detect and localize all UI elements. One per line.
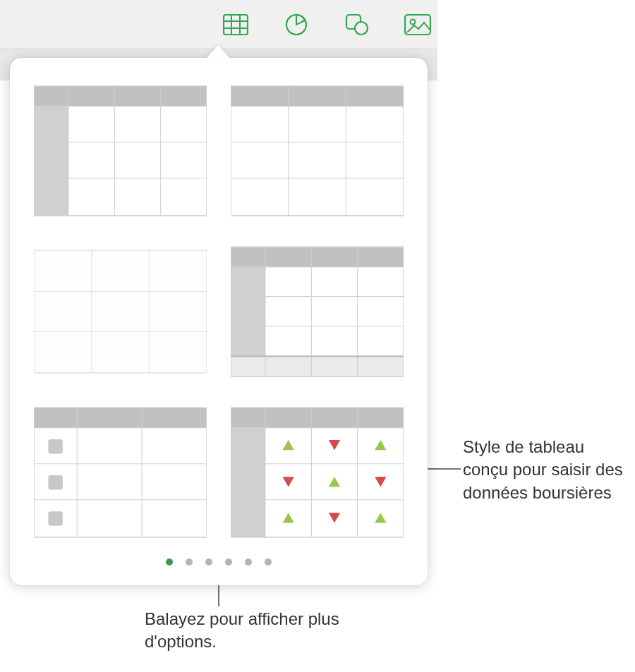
svg-rect-11 — [34, 106, 68, 216]
svg-rect-50 — [48, 475, 62, 489]
page-dot-1[interactable] — [166, 558, 173, 566]
svg-rect-0 — [224, 15, 248, 35]
svg-rect-32 — [231, 267, 265, 357]
svg-rect-52 — [231, 408, 404, 428]
shape-icon[interactable] — [343, 11, 371, 39]
table-style-stock[interactable] — [231, 403, 404, 542]
page-indicator[interactable] — [34, 551, 404, 573]
svg-rect-42 — [34, 408, 207, 428]
table-icon[interactable] — [222, 11, 250, 39]
svg-rect-10 — [34, 86, 207, 106]
table-style-checklist[interactable] — [34, 403, 207, 542]
callout-stock-style: Style de tableau conçu pour saisir des d… — [463, 436, 625, 504]
svg-marker-63 — [375, 440, 386, 450]
svg-rect-33 — [231, 356, 404, 377]
page-dot-4[interactable] — [225, 558, 232, 566]
page-dot-5[interactable] — [245, 558, 252, 566]
toolbar — [0, 0, 437, 49]
svg-marker-67 — [283, 513, 294, 523]
table-styles-grid — [34, 82, 404, 542]
svg-rect-51 — [48, 511, 62, 525]
page-dot-6[interactable] — [265, 558, 272, 566]
svg-marker-65 — [329, 477, 340, 487]
page-dot-3[interactable] — [205, 558, 212, 566]
media-icon[interactable] — [404, 11, 432, 39]
page-dot-2[interactable] — [186, 558, 193, 566]
svg-marker-62 — [329, 440, 340, 450]
table-style-plain[interactable] — [34, 243, 207, 381]
svg-rect-19 — [231, 86, 404, 106]
svg-rect-31 — [231, 247, 404, 267]
svg-rect-49 — [48, 439, 62, 453]
svg-marker-64 — [283, 477, 294, 487]
chart-icon[interactable] — [282, 11, 310, 39]
table-style-header-row-col[interactable] — [34, 82, 207, 220]
svg-rect-53 — [231, 428, 265, 537]
table-style-header-footer[interactable] — [231, 243, 404, 381]
callout-pager: Balayez pour afficher plus d'options. — [145, 608, 356, 654]
svg-marker-68 — [329, 513, 340, 523]
svg-point-7 — [355, 22, 368, 35]
popover-tip — [205, 45, 231, 59]
svg-rect-26 — [34, 250, 207, 373]
svg-marker-61 — [283, 440, 294, 450]
table-styles-popover — [10, 58, 428, 585]
svg-marker-66 — [375, 477, 386, 487]
table-style-header-row[interactable] — [231, 82, 404, 220]
svg-point-9 — [411, 19, 416, 24]
svg-marker-69 — [375, 513, 386, 523]
